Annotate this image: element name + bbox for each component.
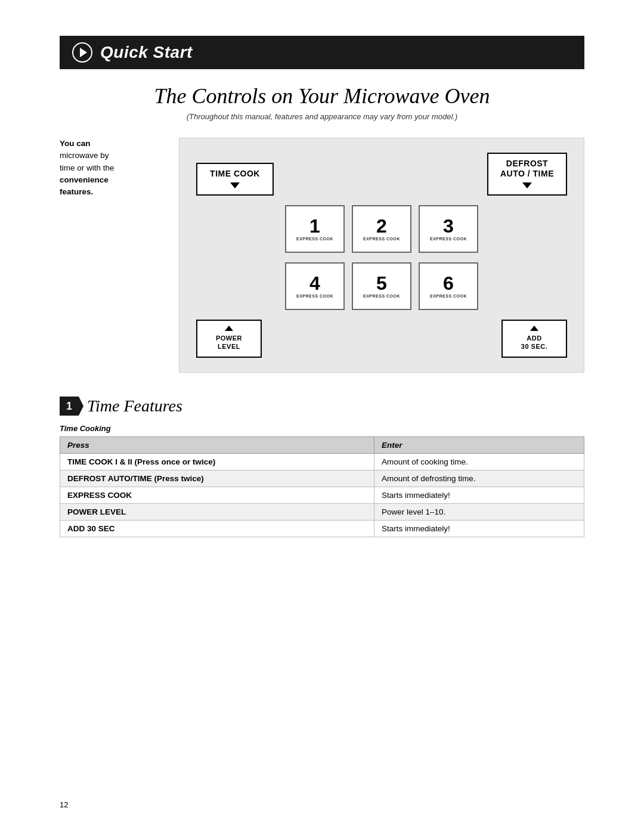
time-cooking-label: Time Cooking (60, 424, 584, 433)
subtitle: (Throughout this manual, features and ap… (60, 112, 584, 121)
main-title: The Controls on Your Microwave Oven (60, 83, 584, 109)
num-1-sub: EXPRESS COOK (296, 237, 333, 241)
defrost-auto-time-button[interactable]: DEFROST AUTO / TIME (487, 153, 567, 196)
section-1-title: Time Features (87, 397, 182, 416)
side-note-line4: convenience (60, 175, 109, 184)
num-2: 2 (376, 216, 387, 236)
col-press-header: Press (60, 437, 374, 454)
table-row: ADD 30 SECStarts immediately! (60, 521, 584, 537)
time-cook-button[interactable]: TIME COOK (196, 163, 274, 196)
table-body: TIME COOK I & II (Press once or twice)Am… (60, 454, 584, 537)
num-3-sub: EXPRESS COOK (430, 237, 467, 241)
table-header: Press Enter (60, 437, 584, 454)
quick-start-title: Quick Start (100, 43, 193, 62)
side-note-line2: microwave by (60, 151, 109, 160)
power-level-arrow-icon (225, 326, 233, 331)
control-panel: TIME COOK DEFROST AUTO / TIME 1 EXPRESS … (179, 138, 584, 373)
table-cell-enter: Amount of cooking time. (374, 454, 584, 470)
number-row-2: 4 EXPRESS COOK 5 EXPRESS COOK 6 EXPRESS … (196, 262, 567, 310)
express-cook-1-button[interactable]: 1 EXPRESS COOK (285, 205, 345, 253)
num-4-sub: EXPRESS COOK (296, 294, 333, 298)
table-cell-press: POWER LEVEL (60, 504, 374, 521)
table-cell-press: DEFROST AUTO/TIME (Press twice) (60, 470, 374, 487)
power-level-button[interactable]: POWER LEVEL (196, 320, 262, 358)
time-cook-arrow-icon (230, 182, 240, 188)
col-enter-header: Enter (374, 437, 584, 454)
page: Quick Start The Controls on Your Microwa… (0, 0, 644, 573)
table-cell-press: ADD 30 SEC (60, 521, 374, 537)
defrost-arrow-icon (522, 182, 532, 188)
top-buttons-row: TIME COOK DEFROST AUTO / TIME (196, 153, 567, 196)
table-cell-enter: Starts immediately! (374, 487, 584, 504)
num-3: 3 (443, 216, 454, 236)
num-4: 4 (309, 274, 320, 293)
features-table: Press Enter TIME COOK I & II (Press once… (60, 436, 584, 537)
side-note-line1: You can (60, 139, 91, 148)
express-cook-2-button[interactable]: 2 EXPRESS COOK (352, 205, 411, 253)
defrost-label: DEFROST AUTO / TIME (500, 159, 554, 179)
num-1: 1 (309, 216, 320, 236)
add-30-sec-button[interactable]: ADD 30 SEC. (501, 320, 567, 358)
table-row: TIME COOK I & II (Press once or twice)Am… (60, 454, 584, 470)
num-6-sub: EXPRESS COOK (430, 294, 467, 298)
content-area: You can microwave by time or with the co… (60, 138, 584, 373)
section-1-number-box: 1 (60, 397, 79, 416)
svg-marker-1 (80, 48, 87, 57)
express-cook-3-button[interactable]: 3 EXPRESS COOK (419, 205, 478, 253)
express-cook-6-button[interactable]: 6 EXPRESS COOK (419, 262, 478, 310)
table-cell-enter: Amount of defrosting time. (374, 470, 584, 487)
num-6: 6 (443, 274, 454, 293)
section-1-number: 1 (66, 400, 72, 413)
table-row: EXPRESS COOKStarts immediately! (60, 487, 584, 504)
table-header-row: Press Enter (60, 437, 584, 454)
table-cell-press: TIME COOK I & II (Press once or twice) (60, 454, 374, 470)
table-cell-enter: Power level 1–10. (374, 504, 584, 521)
add-30-label: ADD 30 SEC. (521, 334, 547, 351)
num-2-sub: EXPRESS COOK (363, 237, 400, 241)
side-note-line5: features. (60, 187, 93, 196)
add-30-arrow-icon (530, 326, 538, 331)
table-row: POWER LEVELPower level 1–10. (60, 504, 584, 521)
num-5: 5 (376, 274, 387, 293)
bottom-buttons-row: POWER LEVEL ADD 30 SEC. (196, 320, 567, 358)
table-cell-enter: Starts immediately! (374, 521, 584, 537)
time-cook-label: TIME COOK (210, 169, 260, 179)
table-row: DEFROST AUTO/TIME (Press twice)Amount of… (60, 470, 584, 487)
side-note-line3: time or with the (60, 163, 114, 172)
table-cell-press: EXPRESS COOK (60, 487, 374, 504)
quick-start-icon (72, 42, 93, 63)
num-5-sub: EXPRESS COOK (363, 294, 400, 298)
page-number: 12 (60, 800, 68, 809)
power-level-label: POWER LEVEL (216, 334, 242, 351)
express-cook-5-button[interactable]: 5 EXPRESS COOK (352, 262, 411, 310)
express-cook-4-button[interactable]: 4 EXPRESS COOK (285, 262, 345, 310)
number-row-1: 1 EXPRESS COOK 2 EXPRESS COOK 3 EXPRESS … (196, 205, 567, 253)
side-note: You can microwave by time or with the co… (60, 138, 161, 373)
quick-start-header: Quick Start (60, 36, 584, 69)
section-1-header: 1 Time Features (60, 397, 584, 416)
